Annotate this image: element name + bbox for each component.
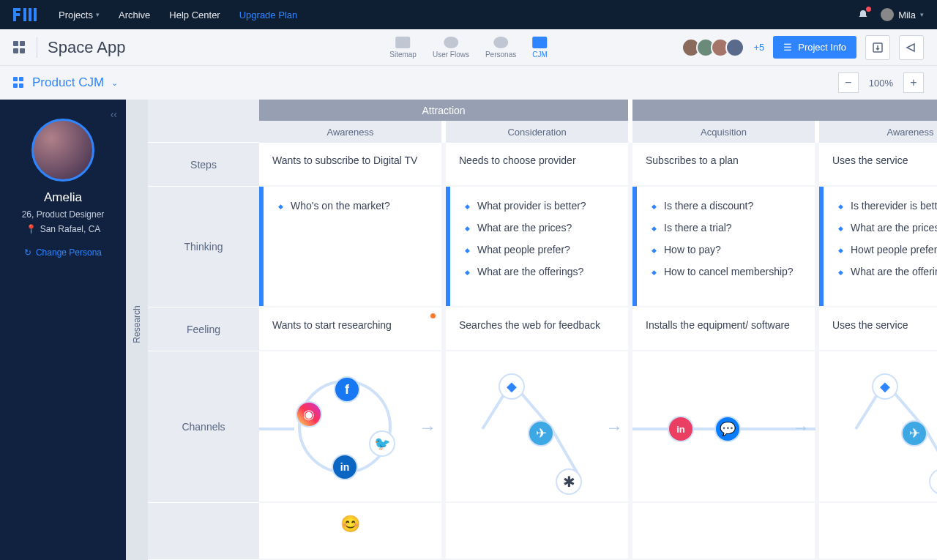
row-label-channels: Channels <box>148 351 259 503</box>
row-label-steps: Steps <box>148 143 259 187</box>
refresh-icon: ↻ <box>24 247 31 258</box>
substage-awareness[interactable]: Awareness <box>259 121 446 143</box>
persona-name: Amelia <box>7 190 119 205</box>
save-button[interactable] <box>865 35 890 60</box>
telegram-icon[interactable]: ✈ <box>528 420 554 447</box>
slack-icon[interactable]: ✱ <box>556 468 582 495</box>
phase-2[interactable] <box>632 100 937 121</box>
flow-arrow-icon: → <box>419 417 436 438</box>
empty-cell-2[interactable] <box>446 503 632 560</box>
instagram-icon[interactable]: ◉ <box>296 401 322 428</box>
svg-rect-1 <box>29 8 31 21</box>
persona-avatar[interactable] <box>31 119 94 182</box>
persona-role: 26, Product Designer <box>7 209 119 220</box>
thinking-cell-3[interactable]: Is there a discount?Is there a trial?How… <box>632 187 819 307</box>
nav-upgrade[interactable]: Upgrade Plan <box>239 10 298 20</box>
svg-rect-2 <box>34 8 37 21</box>
zoom-in-button[interactable]: + <box>903 72 924 93</box>
cjm-breadcrumb[interactable]: Product CJM ⌄ <box>13 75 118 90</box>
user-name: Mila <box>898 10 916 20</box>
substage-consideration[interactable]: Consideration <box>446 121 632 143</box>
feeling-cell-4[interactable]: Uses the service <box>819 307 937 351</box>
zoom-level: 100% <box>863 78 899 89</box>
chevron-down-icon: ⌄ <box>111 78 118 88</box>
share-button[interactable] <box>899 35 924 60</box>
step-cell-4[interactable]: Uses the service <box>819 143 937 187</box>
facebook-icon[interactable]: f <box>334 376 360 403</box>
personas-icon <box>493 37 508 48</box>
step-cell-2[interactable]: Needs to choose provider <box>446 143 632 187</box>
zoom-out-button[interactable]: − <box>838 72 859 93</box>
channels-cell-4[interactable]: ◆ ✈ ✱ <box>819 351 937 503</box>
logo[interactable] <box>13 8 38 21</box>
tab-sitemap[interactable]: Sitemap <box>389 37 417 59</box>
change-persona-button[interactable]: ↻ Change Persona <box>7 247 119 258</box>
row-label-feeling: Feeling <box>148 307 259 351</box>
more-collaborators[interactable]: +5 <box>753 42 764 53</box>
empty-cell-3[interactable] <box>632 503 819 560</box>
tab-userflows[interactable]: User Flows <box>433 37 469 59</box>
project-info-button[interactable]: ☰ Project Info <box>773 36 856 59</box>
sitemap-icon <box>396 37 411 48</box>
grid-icon <box>13 77 25 89</box>
location-icon: 📍 <box>26 224 37 234</box>
collaborator-avatars[interactable] <box>682 38 744 57</box>
twitter-icon[interactable]: 🐦 <box>369 430 395 457</box>
cjm-icon <box>532 37 547 48</box>
userflows-icon <box>444 37 458 48</box>
apps-icon[interactable] <box>13 41 26 54</box>
substage-acquisition[interactable]: Acquisition <box>632 121 819 143</box>
substage-awareness-2[interactable]: Awareness <box>819 121 937 143</box>
project-title[interactable]: Space App <box>48 38 125 57</box>
notification-dot <box>866 7 871 12</box>
notifications-icon[interactable] <box>857 9 869 20</box>
nav-projects[interactable]: Projects ▾ <box>59 10 100 20</box>
flow-arrow-icon: → <box>792 417 810 438</box>
chevron-down-icon: ▾ <box>96 11 100 18</box>
svg-rect-0 <box>23 8 26 21</box>
list-icon: ☰ <box>783 42 792 53</box>
thinking-cell-2[interactable]: What provider is better?What are the pri… <box>446 187 632 307</box>
flow-arrow-icon: → <box>605 417 623 438</box>
diamond-icon[interactable]: ◆ <box>499 373 525 400</box>
thinking-cell-1[interactable]: Who's on the market? <box>259 187 446 307</box>
messenger-icon[interactable]: 💬 <box>714 416 741 442</box>
empty-cell-1[interactable]: 😊 <box>259 503 446 560</box>
user-menu[interactable]: Mila ▾ <box>881 8 924 21</box>
diamond-icon[interactable]: ◆ <box>872 373 898 400</box>
telegram-icon[interactable]: ✈ <box>901 420 927 447</box>
alert-dot-icon <box>430 313 436 318</box>
channels-cell-1[interactable]: ◉ f in 🐦 → <box>259 351 446 503</box>
tab-personas[interactable]: Personas <box>485 37 516 59</box>
linkedin-icon[interactable]: in <box>332 454 358 480</box>
channels-cell-3[interactable]: in 💬 → <box>632 351 819 503</box>
persona-location: 📍 San Rafael, CA <box>7 224 119 234</box>
chevron-down-icon: ▾ <box>920 11 924 18</box>
feeling-cell-2[interactable]: Searches the web for feedback <box>446 307 632 351</box>
nav-help[interactable]: Help Center <box>169 10 220 20</box>
collapse-sidebar-button[interactable]: ‹‹ <box>111 108 117 120</box>
tab-cjm[interactable]: CJM <box>532 37 548 59</box>
step-cell-3[interactable]: Subscribes to a plan <box>632 143 819 187</box>
research-vertical-tab[interactable]: Research <box>126 100 148 560</box>
invision-icon[interactable]: in <box>668 416 694 442</box>
empty-cell-4[interactable] <box>819 503 937 560</box>
row-label-thinking: Thinking <box>148 187 259 307</box>
phase-attraction[interactable]: Attraction <box>259 100 632 121</box>
thinking-cell-4[interactable]: Is therevider is better?What are the pri… <box>819 187 937 307</box>
step-cell-1[interactable]: Wants to subscribe to Digital TV <box>259 143 446 187</box>
channels-cell-2[interactable]: ◆ ✈ ✱ → <box>446 351 632 503</box>
user-avatar-icon <box>881 8 894 21</box>
nav-archive[interactable]: Archive <box>119 10 150 20</box>
feeling-cell-3[interactable]: Installs the equipment/ software <box>632 307 819 351</box>
feeling-cell-1[interactable]: Wants to start researching <box>259 307 446 351</box>
